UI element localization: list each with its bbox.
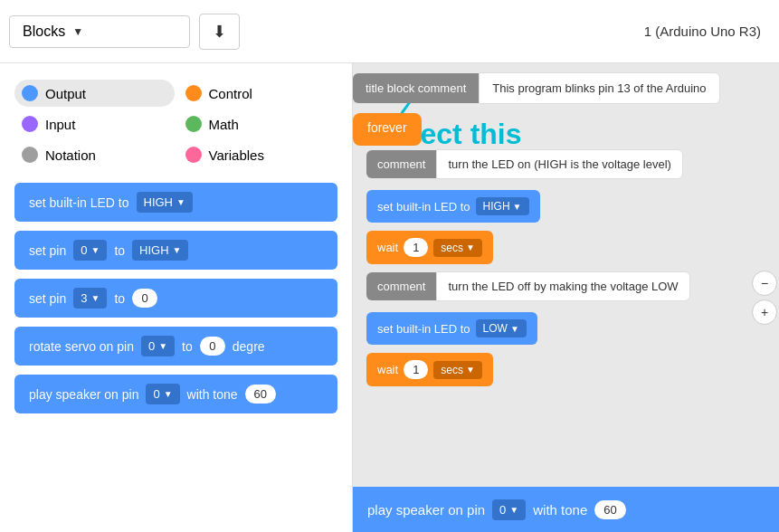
block-rotate-servo-val: 0 [209,339,215,353]
canvas-wait2-secs-dd[interactable]: secs ▼ [433,361,482,379]
canvas-set-led-high-dd[interactable]: HIGH ▼ [476,197,529,215]
title-block-content: This program blinks pin 13 of the Arduin… [479,72,719,104]
chevron-down-icon-bottom: ▼ [509,505,518,515]
block-rotate-servo[interactable]: rotate servo on pin 0 ▼ to 0 degre [14,327,337,366]
comment1-text: turn the LED on (HIGH is the voltage lev… [436,149,682,179]
scroll-down-button[interactable]: + [752,299,777,325]
comment2-label: comment [366,272,436,300]
download-icon: ⬇ [213,23,226,41]
canvas-set-led-low-dd[interactable]: LOW ▼ [476,319,527,337]
control-label: Control [209,86,252,101]
canvas-wait2-num: 1 [413,363,419,376]
block-set-pin-high-pin-dd[interactable]: 0 ▼ [73,240,107,261]
block-set-pin-val[interactable]: set pin 3 ▼ to 0 [14,279,337,318]
block-set-pin-high-to: to [114,243,125,258]
canvas-wait2[interactable]: wait 1 secs ▼ [366,353,493,386]
canvas-set-led-high[interactable]: set built-in LED to HIGH ▼ [366,190,540,223]
block-set-led-dd-val: HIGH [144,195,174,209]
download-button[interactable]: ⬇ [199,14,240,50]
category-variables[interactable]: Variables [178,141,338,168]
canvas-wait2-text: wait [377,363,398,376]
chevron-down-icon-canvas-led: ▼ [513,202,522,212]
category-notation[interactable]: Notation [14,141,175,168]
main-layout: Output Control Input Math Notation Varia… [0,63,779,532]
blocks-label: Blocks [23,24,65,40]
chevron-down-icon-wait2: ▼ [466,365,475,375]
arduino-label: 1 (Arduino Uno R3) [644,24,770,39]
canvas-wait1-num: 1 [413,241,419,254]
bottom-tone-val: 60 [603,503,616,517]
category-control[interactable]: Control [178,80,338,107]
bottom-pin-dd[interactable]: 0 ▼ [492,499,526,520]
canvas-wait1-text: wait [377,241,398,254]
block-play-speaker-text: play speaker on pin [29,387,138,402]
block-rotate-servo-pin: 0 [148,339,155,353]
variables-label: Variables [209,147,264,163]
canvas-wait1-secs-dd[interactable]: secs ▼ [433,239,482,257]
block-play-speaker[interactable]: play speaker on pin 0 ▼ with tone 60 [14,375,337,413]
minus-icon: − [761,276,768,290]
bottom-play-text: play speaker on pin [367,502,485,518]
canvas-set-led-low[interactable]: set built-in LED to LOW ▼ [366,312,537,345]
block-rotate-servo-pin-dd[interactable]: 0 ▼ [141,336,175,356]
categories: Output Control Input Math Notation Varia… [0,72,352,176]
block-set-led-dd-arrow: ▼ [176,197,185,207]
chevron-down-icon-3: ▼ [90,293,100,303]
chevron-down-icon-2: ▼ [173,245,182,255]
canvas-wait1[interactable]: wait 1 secs ▼ [366,231,493,264]
comment2-block[interactable]: comment turn the LED off by making the v… [366,271,690,301]
dropdown-arrow: ▼ [72,25,83,38]
canvas-set-led-high-text: set built-in LED to [377,200,470,214]
bottom-tone-input[interactable]: 60 [594,500,625,519]
canvas-wait2-secs: secs [441,364,463,376]
math-label: Math [209,117,239,132]
blocks-dropdown[interactable]: Blocks ▼ [9,15,190,48]
chevron-down-icon-canvas-led-low: ▼ [510,324,519,334]
block-set-pin-high-val-dd[interactable]: HIGH ▼ [132,240,188,261]
block-set-led[interactable]: set built-in LED to HIGH ▼ [14,183,337,222]
forever-block[interactable]: forever [353,113,422,146]
title-block[interactable]: title block comment This program blinks … [353,72,720,104]
notation-dot [22,147,38,163]
canvas-set-led-low-text: set built-in LED to [377,322,470,336]
block-play-speaker-tone-input[interactable]: 60 [245,385,276,404]
block-set-pin-high-pin-val: 0 [81,243,87,257]
math-dot [185,116,202,132]
block-set-pin-val-pin-dd[interactable]: 3 ▼ [73,288,107,309]
category-input[interactable]: Input [14,110,175,138]
block-rotate-servo-input[interactable]: 0 [200,337,225,356]
input-dot [22,116,38,132]
block-set-pin-high[interactable]: set pin 0 ▼ to HIGH ▼ [14,231,337,270]
block-set-pin-high-val: HIGH [139,243,169,257]
output-dot [22,85,38,101]
sidebar: Output Control Input Math Notation Varia… [0,63,353,532]
control-dot [185,85,202,101]
category-math[interactable]: Math [178,110,338,138]
canvas-set-led-low-dd-val: LOW [483,322,508,335]
blocks-list: set built-in LED to HIGH ▼ set pin 0 ▼ t… [0,176,352,421]
block-play-speaker-pin-dd[interactable]: 0 ▼ [146,384,179,404]
block-set-pin-val-pin: 3 [81,291,87,305]
scroll-up-button[interactable]: − [752,271,777,296]
canvas-area: select this title block comment This pro… [353,63,779,532]
block-rotate-servo-suffix: degre [233,339,265,354]
canvas-wait1-val[interactable]: 1 [404,238,428,257]
block-set-pin-val-input[interactable]: 0 [132,289,157,308]
bottom-bar: play speaker on pin 0 ▼ with tone 60 [353,487,779,532]
block-play-speaker-with-tone: with tone [187,387,238,402]
comment1-block[interactable]: comment turn the LED on (HIGH is the vol… [366,149,683,179]
block-rotate-servo-text: rotate servo on pin [29,339,134,354]
category-output[interactable]: Output [14,80,175,107]
output-label: Output [45,86,86,101]
block-set-led-dropdown[interactable]: HIGH ▼ [137,192,193,213]
chevron-down-icon-wait1: ▼ [466,242,475,252]
bottom-pin-val: 0 [499,503,506,517]
canvas-set-led-high-dd-val: HIGH [483,200,510,213]
block-set-led-text: set built-in LED to [29,195,129,210]
chevron-down-icon-1: ▼ [90,245,100,255]
canvas-wait2-val[interactable]: 1 [404,360,428,379]
variables-dot [185,147,202,163]
canvas-wait1-secs: secs [441,242,463,254]
input-label: Input [45,117,75,132]
top-bar: Blocks ▼ ⬇ 1 (Arduino Uno R3) [0,0,779,63]
